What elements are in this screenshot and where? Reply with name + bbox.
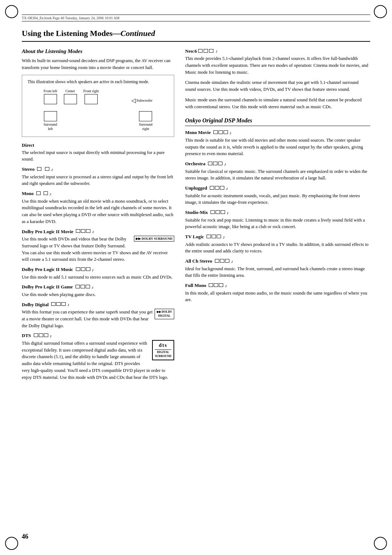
orchestra-title: Orchestra ♪ <box>185 161 370 167</box>
mm-icons: ♪ <box>213 130 232 136</box>
mode-mono-movie: Mono Movie ♪ This mode is suitable for u… <box>185 130 370 157</box>
neo6-text2: Cinema mode simulates the realistic sens… <box>185 79 370 93</box>
dd-icon-3 <box>61 302 66 306</box>
sm-icon-2 <box>216 210 220 214</box>
sm-icon-1 <box>211 210 215 214</box>
center-box <box>64 94 77 104</box>
unpl-icon-2 <box>215 186 219 190</box>
dolby-digital-text: With this format you can experience the … <box>22 309 174 329</box>
speaker-center: Center <box>64 89 77 105</box>
mm-icon-1 <box>213 130 218 134</box>
sm-icons: ♪ <box>211 210 229 216</box>
dpl2mu-icon-3 <box>86 267 90 271</box>
mode-dts: DTS ♪ dts DIGITALSURROUND This digital s… <box>22 333 174 381</box>
acs-icon-2 <box>220 259 224 263</box>
mode-stereo: Stereo ♪ The selected input source is pr… <box>22 166 174 187</box>
acs-arrow: ♪ <box>231 259 233 264</box>
acs-icon-1 <box>215 259 219 263</box>
dpl2m-icon-2 <box>81 229 85 233</box>
fm-icon-1 <box>209 283 213 287</box>
header-bar: TX-SR304_En.book Page 46 Tuesday, Januar… <box>22 15 370 21</box>
dts-logo-block: dts DIGITALSURROUND <box>152 340 174 360</box>
subwoofer-area: ◁ Subwoofer <box>131 97 152 104</box>
corner-mark-tr <box>374 5 387 18</box>
mode-all-ch-stereo: All Ch Stereo ♪ Ideal for background mus… <box>185 258 370 279</box>
mm-arrow: ♪ <box>229 130 232 136</box>
dolby-surround-logo: ▶▶ DOLBY SURROUND <box>134 236 174 242</box>
orch-icon-2 <box>213 162 217 165</box>
mm-icon-3 <box>224 130 228 134</box>
surround-right-label: Surroundright <box>139 122 152 131</box>
unpl-icon-3 <box>220 186 224 190</box>
dpl2mu-icon-2 <box>81 267 85 271</box>
neo6-icon-1 <box>198 49 203 53</box>
dolby-pl2-music-title: Dolby Pro Logic II Music ♪ <box>22 267 174 273</box>
direct-title: Direct <box>22 142 174 148</box>
mm-icon-2 <box>219 130 223 134</box>
sm-arrow: ♪ <box>226 210 229 216</box>
speaker-layout: Front left Center Front right <box>28 89 168 131</box>
front-right-box <box>85 94 98 104</box>
mono-text: Use this mode when watching an old movie… <box>22 198 174 225</box>
unplugged-title: Unplugged ♪ <box>185 185 370 191</box>
surround-left-box <box>44 111 57 121</box>
page: TX-SR304_En.book Page 46 Tuesday, Januar… <box>0 0 392 555</box>
dolby-pl2-game-title: Dolby Pro Logic II Game ♪ <box>22 284 174 290</box>
fm-icon-3 <box>219 283 223 287</box>
studio-mix-text: Suitable for rock and pop music. Listeni… <box>185 217 370 231</box>
orchestra-text: Suitable for classical or operatic music… <box>185 168 370 182</box>
dolby-pl2-movie-title: Dolby Pro Logic II Movie ♪ <box>22 229 174 235</box>
title-main: Using the Listening Modes <box>22 29 113 38</box>
dpl2mu-icon-1 <box>76 267 80 271</box>
neo6-title: Neo:6 ♪ <box>185 48 370 54</box>
orch-icon-3 <box>218 162 222 165</box>
dpl2g-arrow: ♪ <box>91 285 94 290</box>
speaker-diagram-box: This illustration shows which speakers a… <box>22 75 174 137</box>
tv-logic-title: TV Logic ♪ <box>185 234 370 240</box>
page-number: 46 <box>22 533 28 540</box>
dpl2m-icon-3 <box>86 229 90 233</box>
orch-arrow: ♪ <box>224 162 226 167</box>
dpl2m-icons: ♪ <box>76 229 94 235</box>
page-title: Using the Listening Modes—Continued <box>22 29 370 42</box>
mode-dolby-pl2-music: Dolby Pro Logic II Music ♪ Use this mode… <box>22 267 174 280</box>
diagram-desc: This illustration shows which speakers a… <box>28 79 168 85</box>
right-column: Neo:6 ♪ This mode provides 5.1-channel p… <box>185 48 370 384</box>
dpl2m-arrow: ♪ <box>92 229 94 235</box>
dpl2g-icon-1 <box>75 285 80 288</box>
mode-tv-logic: TV Logic ♪ Adds realistic acoustics to T… <box>185 234 370 255</box>
dts-arrow: ♪ <box>50 333 52 339</box>
unpl-icons: ♪ <box>210 186 228 191</box>
mode-dolby-pl2-game: Dolby Pro Logic II Game ♪ Use this mode … <box>22 284 174 298</box>
surround-right-box <box>139 111 152 121</box>
header-text: TX-SR304_En.book Page 46 Tuesday, Januar… <box>22 16 119 20</box>
dolby-pl2-music-text: Use this mode to add 5.1 surround to ste… <box>22 274 174 281</box>
dd-icon-2 <box>56 302 61 306</box>
unpl-icon-1 <box>210 186 214 190</box>
neo6-text1: This mode provides 5.1-channel playback … <box>185 55 370 76</box>
dd-icons: ♪ <box>51 302 69 308</box>
front-left-label: Front left <box>44 89 57 93</box>
mode-orchestra: Orchestra ♪ Suitable for classical or op… <box>185 161 370 182</box>
mono-movie-text: This mode is suitable for use with old m… <box>185 137 370 157</box>
neo6-section: Neo:6 ♪ This mode provides 5.1-channel p… <box>185 48 370 110</box>
title-continued: Continued <box>121 29 155 38</box>
full-mono-text: In this mode, all speakers output mono a… <box>185 290 370 304</box>
dpl2g-icon-2 <box>81 285 85 288</box>
acs-icons: ♪ <box>215 259 233 264</box>
tvl-icon-1 <box>207 235 211 238</box>
full-mono-title: Full Mono ♪ <box>185 283 370 289</box>
speaker-front-right: Front right <box>83 89 99 105</box>
dts-icon-2 <box>39 333 43 337</box>
tv-logic-text: Adds realistic acoustics to TV shows pro… <box>185 241 370 255</box>
dts-text: This digital surround format offers a su… <box>22 340 174 381</box>
neo6-icons: ♪ <box>198 48 218 54</box>
orch-icons: ♪ <box>208 162 226 167</box>
corner-mark-tl <box>5 5 18 18</box>
unplugged-text: Suitable for acoustic instrument sounds,… <box>185 193 370 206</box>
mode-mono: Mono ♪ Use this mode when watching an ol… <box>22 191 174 225</box>
dts-title: DTS ♪ <box>22 333 174 339</box>
all-ch-stereo-title: All Ch Stereo ♪ <box>185 258 370 264</box>
neo6-text3: Music mode uses the surround channels to… <box>185 97 370 110</box>
dpl2mu-arrow: ♪ <box>92 267 94 273</box>
